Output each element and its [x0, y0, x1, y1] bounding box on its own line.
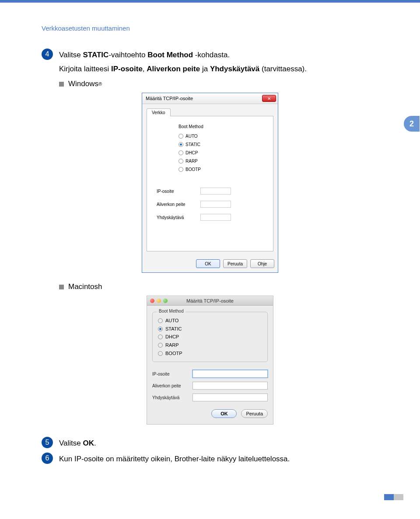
radio-label: STATIC — [186, 140, 200, 149]
t: Valitse — [59, 51, 83, 59]
step-badge-6: 6 — [42, 453, 53, 464]
tab-verkko[interactable]: Verkko — [147, 108, 171, 116]
radio-icon — [178, 134, 183, 139]
radio-rarp[interactable]: RARP — [158, 341, 262, 349]
radio-label: DHCP — [186, 149, 198, 157]
field-subnet: Aliverkon peite — [157, 201, 269, 208]
radio-dhcp[interactable]: DHCP — [158, 333, 262, 341]
radio-icon — [158, 343, 163, 348]
radio-label: AUTO — [186, 132, 198, 140]
radio-icon — [178, 142, 183, 147]
mac-button-row: OK Peruuta — [152, 409, 268, 418]
windows-panel: Boot Method AUTO STATIC DHCP RARP BOOTP … — [147, 116, 273, 251]
radio-label: STATIC — [165, 325, 182, 333]
step-4: 4 Valitse STATIC-vaihtoehto Boot Method … — [42, 49, 378, 61]
step-6: 6 Kun IP-osoite on määritetty oikein, Br… — [42, 453, 378, 465]
mac-boot-method-group: Boot Method AUTO STATIC DHCP RARP BOOTP — [152, 312, 268, 362]
radio-icon — [158, 334, 163, 339]
ip-label: IP-osoite — [152, 372, 192, 376]
subnet-label: Aliverkon peite — [152, 383, 192, 388]
radio-icon — [178, 159, 183, 164]
radio-icon — [158, 327, 163, 331]
field-ip: IP-osoite — [152, 370, 268, 378]
mac-fields: IP-osoite Aliverkon peite Yhdyskäytävä — [152, 370, 268, 401]
windows-dialog: Määritä TCP/IP-osoite ✕ Verkko Boot Meth… — [142, 93, 278, 273]
field-gateway: Yhdyskäytävä — [157, 214, 269, 221]
radio-dhcp[interactable]: DHCP — [178, 149, 269, 157]
field-ip: IP-osoite — [157, 188, 269, 195]
radio-icon — [158, 318, 163, 323]
step-6-text: Kun IP-osoite on määritetty oikein, Brot… — [59, 453, 290, 465]
square-bullet-icon — [59, 285, 64, 289]
zoom-icon[interactable] — [163, 299, 168, 303]
radio-icon — [178, 167, 183, 172]
mac-dialog: Määritä TCP/IP-osoite Boot Method AUTO S… — [147, 296, 273, 425]
close-icon[interactable] — [150, 299, 154, 303]
t: , — [143, 65, 147, 73]
ok-button[interactable]: OK — [211, 409, 237, 418]
windows-dialog-body: Verkko Boot Method AUTO STATIC DHCP RARP… — [142, 104, 278, 255]
cancel-button[interactable]: Peruuta — [241, 409, 268, 418]
mac-group-title: Boot Method — [157, 309, 186, 313]
radio-label: RARP — [165, 341, 179, 349]
page-content: Verkkoasetusten muuttaminen 4 Valitse ST… — [0, 3, 420, 480]
bullet-macintosh: Macintosh — [59, 282, 378, 291]
radio-static[interactable]: STATIC — [158, 325, 262, 333]
radio-label: AUTO — [165, 317, 178, 325]
t: STATIC — [83, 51, 109, 59]
subnet-label: Aliverkon peite — [157, 202, 200, 207]
gateway-input[interactable] — [200, 214, 231, 221]
radio-label: BOOTP — [186, 165, 201, 174]
boot-method-label: Boot Method — [178, 122, 269, 131]
subnet-input[interactable] — [192, 382, 268, 390]
radio-auto[interactable]: AUTO — [158, 317, 262, 325]
step-5-text: Valitse OK. — [59, 437, 96, 449]
ip-input[interactable] — [200, 188, 231, 195]
gateway-input[interactable] — [192, 394, 268, 401]
step-5: 5 Valitse OK. — [42, 437, 378, 449]
step-4-line2: Kirjoita laitteesi IP-osoite, Aliverkon … — [59, 63, 378, 75]
subnet-input[interactable] — [200, 201, 231, 208]
gateway-label: Yhdyskäytävä — [152, 395, 192, 400]
field-subnet: Aliverkon peite — [152, 382, 268, 390]
windows-dialog-title: Määritä TCP/IP-osoite — [146, 96, 193, 101]
radio-icon — [178, 150, 183, 155]
cancel-button[interactable]: Peruuta — [223, 259, 247, 268]
ok-button[interactable]: OK — [196, 259, 220, 268]
boot-method-group: Boot Method AUTO STATIC DHCP RARP BOOTP — [178, 122, 269, 174]
bullet-windows: Windows® — [59, 80, 378, 88]
step-badge-5: 5 — [42, 437, 53, 448]
registered-mark: ® — [98, 81, 102, 87]
radio-bootp[interactable]: BOOTP — [178, 165, 269, 174]
radio-bootp[interactable]: BOOTP — [158, 349, 262, 358]
windows-titlebar: Määritä TCP/IP-osoite ✕ — [142, 93, 278, 104]
t: -vaihtoehto — [108, 51, 147, 59]
ip-label: IP-osoite — [157, 189, 200, 194]
radio-rarp[interactable]: RARP — [178, 157, 269, 165]
field-gateway: Yhdyskäytävä — [152, 394, 268, 401]
square-bullet-icon — [59, 82, 64, 87]
bullet-macintosh-label: Macintosh — [68, 282, 102, 291]
breadcrumb: Verkkoasetusten muuttaminen — [42, 24, 378, 32]
windows-button-row: OK Peruuta Ohje — [142, 255, 278, 272]
t: . — [94, 439, 96, 447]
t: -kohdasta. — [193, 51, 230, 59]
t: Yhdyskäytävä — [210, 65, 259, 73]
mac-dialog-body: Boot Method AUTO STATIC DHCP RARP BOOTP … — [147, 306, 273, 424]
step-4-text: Valitse STATIC-vaihtoehto Boot Method -k… — [59, 49, 230, 61]
minimize-icon[interactable] — [157, 299, 161, 303]
page-number-decoration — [384, 494, 403, 500]
radio-auto[interactable]: AUTO — [178, 132, 269, 140]
bullet-windows-label: Windows — [68, 80, 98, 88]
radio-static[interactable]: STATIC — [178, 140, 269, 149]
windows-fields: IP-osoite Aliverkon peite Yhdyskäytävä — [157, 188, 269, 221]
t: Boot Method — [147, 51, 193, 59]
radio-label: BOOTP — [165, 349, 182, 358]
mac-window-controls — [150, 299, 168, 303]
close-icon[interactable]: ✕ — [262, 95, 276, 102]
t: Valitse — [59, 439, 83, 447]
t: (tarvittaessa). — [259, 65, 307, 73]
mac-titlebar: Määritä TCP/IP-osoite — [147, 296, 273, 306]
ip-input[interactable] — [192, 370, 268, 378]
help-button[interactable]: Ohje — [250, 259, 274, 268]
